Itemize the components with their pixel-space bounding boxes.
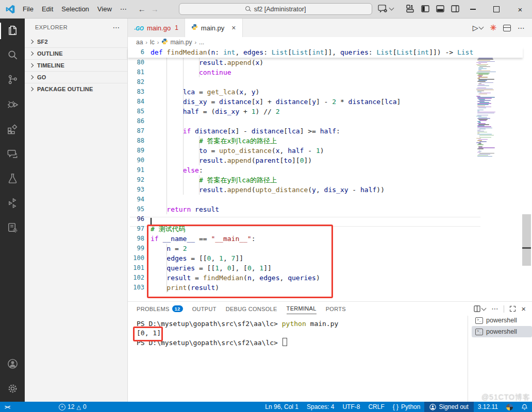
menu-[interactable]: ⋯ bbox=[116, 4, 131, 14]
minimap-line bbox=[479, 150, 480, 150]
scrollbar-thumb[interactable] bbox=[522, 214, 531, 266]
signed-out-icon bbox=[429, 404, 436, 410]
panel-tab-output[interactable]: OUTPUT bbox=[192, 304, 217, 314]
forward-arrow-icon[interactable]: → bbox=[151, 5, 159, 13]
encoding[interactable]: UTF-8 bbox=[338, 402, 364, 412]
minimap-line bbox=[477, 133, 479, 133]
go-file-icon: -GO bbox=[134, 26, 144, 31]
toggle-panel-icon[interactable] bbox=[436, 5, 444, 13]
terminal-output[interactable]: PS D:\mysetup\gopath\src\sf2\aa\lc> pyth… bbox=[137, 319, 338, 347]
error-count: 12 bbox=[68, 403, 74, 410]
tab-close-icon[interactable]: × bbox=[231, 24, 236, 32]
toggle-primary-sidebar-icon[interactable] bbox=[421, 5, 429, 13]
cursor-position[interactable]: Ln 96, Col 1 bbox=[261, 402, 303, 412]
activitybar-item-settings[interactable] bbox=[0, 377, 25, 402]
sticky-scroll-line[interactable]: 6def findMedian(n: int, edges: List[List… bbox=[128, 47, 523, 58]
python-interpreter[interactable]: 3.12.11 bbox=[474, 402, 502, 412]
split-terminal-button[interactable] bbox=[474, 305, 486, 312]
maximize-button[interactable] bbox=[485, 0, 508, 19]
menu-edit[interactable]: Edit bbox=[38, 4, 57, 14]
tab-main-py[interactable]: main.py× bbox=[185, 19, 243, 37]
minimap-line bbox=[476, 64, 488, 65]
panel-tab-terminal[interactable]: TERMINAL bbox=[287, 303, 317, 314]
menu-file[interactable]: File bbox=[19, 4, 38, 14]
eol-sequence[interactable]: CRLF bbox=[364, 402, 388, 412]
close-button[interactable]: × bbox=[508, 0, 532, 19]
indentation[interactable]: Spaces: 4 bbox=[303, 402, 338, 412]
customize-layout-icon[interactable] bbox=[406, 5, 414, 13]
editor-scrollbar[interactable] bbox=[521, 29, 532, 301]
activitybar-item-account[interactable] bbox=[0, 352, 25, 377]
activitybar-item-search[interactable] bbox=[0, 43, 25, 68]
run-python-button[interactable]: ▷ bbox=[473, 24, 484, 32]
panel-more-icon[interactable]: ⋯ bbox=[491, 305, 498, 313]
maximize-panel-icon[interactable] bbox=[510, 306, 516, 312]
minimap-line bbox=[477, 131, 484, 131]
activitybar-item-go[interactable] bbox=[0, 192, 25, 216]
breadcrumb-item[interactable]: main.py bbox=[161, 38, 192, 46]
menu-view[interactable]: View bbox=[93, 4, 116, 14]
account-signed-out[interactable]: Signed out bbox=[424, 402, 473, 412]
activitybar-item-chat[interactable] bbox=[0, 142, 25, 167]
menu-selection[interactable]: Selection bbox=[57, 4, 93, 14]
panel-tab-ports[interactable]: PORTS bbox=[326, 304, 346, 314]
sidebar-more-icon[interactable]: ⋯ bbox=[113, 23, 120, 31]
overview-cursor-marker bbox=[522, 247, 531, 249]
annotation-box-test-code bbox=[147, 225, 333, 298]
sidebar-section-go[interactable]: GO bbox=[25, 71, 127, 83]
activitybar-item-run-debug[interactable] bbox=[0, 93, 25, 117]
back-arrow-icon[interactable]: ← bbox=[138, 5, 146, 13]
terminal-instance[interactable]: >_powershell bbox=[472, 315, 532, 326]
activitybar-item-explorer[interactable] bbox=[0, 19, 25, 43]
sidebar-section-package-outline[interactable]: PACKAGE OUTLINE bbox=[25, 83, 127, 95]
activitybar-item-testing[interactable] bbox=[0, 167, 25, 192]
problems-status[interactable]: × 12 △ 0 bbox=[59, 403, 87, 410]
minimap-line bbox=[477, 107, 491, 107]
formatter-icon[interactable]: ✳ bbox=[490, 23, 496, 32]
tab-label: main.go bbox=[147, 24, 171, 32]
line-number: 92 bbox=[128, 175, 151, 185]
indent-guide bbox=[183, 136, 184, 146]
line-number: 85 bbox=[128, 107, 151, 116]
sidebar-section-timeline[interactable]: TIMELINE bbox=[25, 59, 127, 71]
explorer-icon bbox=[7, 24, 19, 38]
language-mode[interactable]: { } Python bbox=[389, 402, 425, 412]
search-icon bbox=[245, 6, 251, 12]
split-editor-icon[interactable] bbox=[503, 25, 511, 31]
run-icon: ▷ bbox=[473, 24, 478, 32]
breadcrumb-item[interactable]: aa bbox=[136, 39, 143, 46]
line-number: 88 bbox=[128, 136, 151, 146]
minimap-line bbox=[477, 65, 487, 66]
activitybar-item-extensions[interactable] bbox=[0, 117, 25, 142]
remote-indicator[interactable]: >< bbox=[0, 404, 14, 410]
sidebar-section-sf2[interactable]: SF2 bbox=[25, 36, 127, 47]
tab-main-go[interactable]: -GOmain.go1 bbox=[128, 19, 185, 37]
code-line-85: 85 half = (dis_xy + 1) // 2 bbox=[128, 107, 523, 116]
notifications-bell-icon[interactable] bbox=[517, 402, 532, 412]
chevron-right-icon bbox=[29, 75, 34, 79]
activitybar-item-notebook-settings[interactable] bbox=[0, 216, 25, 241]
panel-tab-problems[interactable]: PROBLEMS12 bbox=[137, 303, 183, 314]
minimize-button[interactable] bbox=[461, 0, 485, 19]
explorer-sidebar: EXPLORER ⋯ SF2OUTLINETIMELINEGOPACKAGE O… bbox=[25, 19, 128, 402]
breadcrumb-item[interactable]: ... bbox=[199, 39, 204, 46]
indent-guide bbox=[183, 126, 184, 136]
minimap-line bbox=[478, 63, 481, 64]
minimap[interactable] bbox=[476, 48, 499, 157]
copilot-menu[interactable] bbox=[378, 4, 393, 13]
breadcrumb-item[interactable]: lc bbox=[150, 39, 155, 46]
indent-guide bbox=[199, 156, 200, 165]
section-label: OUTLINE bbox=[37, 50, 63, 57]
breadcrumb-separator: › bbox=[157, 39, 159, 45]
minimap-line bbox=[477, 132, 487, 132]
toggle-secondary-sidebar-icon[interactable] bbox=[451, 5, 459, 13]
command-center-search[interactable]: sf2 [Administrator] bbox=[179, 3, 372, 15]
indent-guide bbox=[183, 116, 184, 126]
activitybar-item-source-control[interactable] bbox=[0, 68, 25, 93]
terminal-instance[interactable]: >_powershell bbox=[472, 326, 532, 337]
panel-tab-debug-console[interactable]: DEBUG CONSOLE bbox=[226, 304, 277, 314]
close-panel-icon[interactable]: × bbox=[521, 304, 526, 313]
line-number: 86 bbox=[128, 116, 151, 126]
sidebar-section-outline[interactable]: OUTLINE bbox=[25, 47, 127, 59]
python-env-icon[interactable] bbox=[502, 402, 517, 412]
